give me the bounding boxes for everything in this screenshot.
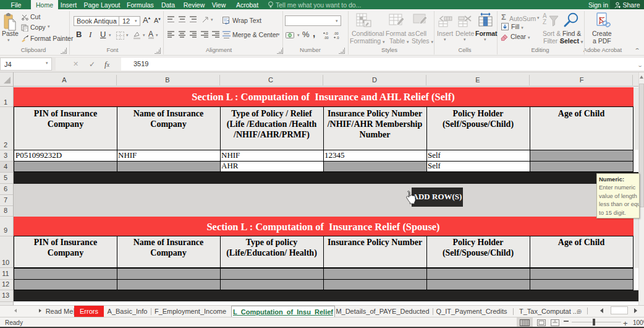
svg-text:.00: .00 xyxy=(334,32,339,35)
svg-text:.0: .0 xyxy=(336,36,339,40)
svg-text:.00: .00 xyxy=(324,36,329,40)
svg-text:.0: .0 xyxy=(325,32,328,35)
